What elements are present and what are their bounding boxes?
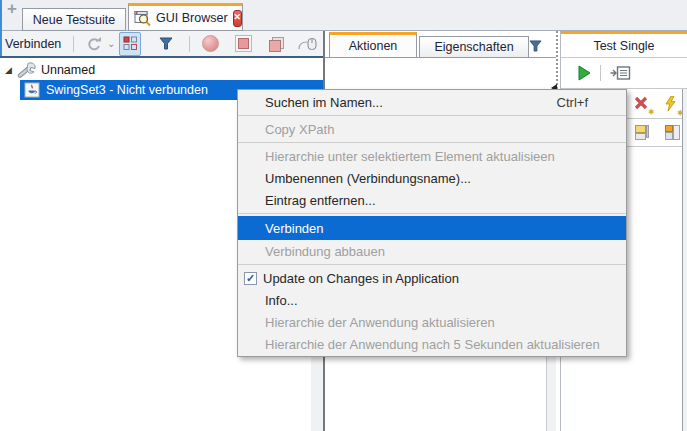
gui-browser-toolbar: Verbinden ⌄ (0, 31, 323, 56)
test-single-toolbar (561, 58, 687, 89)
record-icon[interactable] (202, 35, 219, 52)
menu-item-eintrag-entfernen[interactable]: Eintrag entfernen... (238, 189, 626, 211)
tree-item-unnamed[interactable]: ◢ Unnamed (0, 60, 323, 80)
wrench-icon (16, 62, 37, 78)
menu-separator (238, 264, 626, 265)
tab-label: Aktionen (349, 39, 398, 53)
menu-item-hierarchie-anwendung-aktualisieren: Hierarchie der Anwendung aktualisieren (238, 311, 626, 333)
menu-item-hierarchie-anwendung-5-sekunden: Hierarchie der Anwendung nach 5 Sekunden… (238, 333, 626, 355)
update-components-icon[interactable]: ✶ (664, 96, 677, 115)
expand-marker-icon[interactable]: ◢ (5, 66, 12, 75)
menu-item-verbindung-abbauen: Verbindung abbauen (238, 240, 626, 262)
delete-components-icon[interactable]: ✶ (634, 96, 648, 114)
stop-icon[interactable] (235, 35, 252, 52)
tree-item-label: Unnamed (41, 63, 95, 77)
refresh-icon[interactable] (86, 37, 101, 51)
component-view-toggle-button[interactable] (119, 32, 141, 56)
play-icon[interactable] (577, 65, 591, 81)
tab-gui-browser[interactable]: GUI Browser ✕ (128, 3, 243, 31)
menu-item-update-on-changes[interactable]: ✓ Update on Changes in Application (238, 267, 626, 289)
tree-item-label: SwingSet3 - Nicht verbunden (46, 83, 208, 97)
menu-item-umbenennen[interactable]: Umbenennen (Verbindungsname)... (238, 167, 626, 189)
badge-star-icon: ✶ (647, 107, 655, 117)
menu-item-label: Verbindung abbauen (265, 244, 385, 259)
gui-browser-icon (134, 10, 151, 26)
menu-item-suchen-im-namen[interactable]: Suchen im Namen... Ctrl+f (238, 91, 626, 113)
filter-icon[interactable] (159, 37, 173, 50)
menu-item-label: Eintrag entfernen... (265, 193, 376, 208)
tab-strip: + Neue Testsuite GUI Browser ✕ (0, 0, 687, 31)
menu-item-verbinden[interactable]: Verbinden (238, 216, 626, 240)
menu-item-label: Verbinden (265, 221, 324, 236)
panel-title: Test Single (561, 34, 687, 58)
mid-panel-tab-row: Aktionen Eigenschaften (325, 31, 556, 58)
filter-icon[interactable] (529, 38, 542, 56)
toolbar-separator (73, 36, 74, 52)
tab-label: GUI Browser (156, 11, 228, 25)
menu-item-label: Copy XPath (265, 122, 334, 137)
menu-item-label: Hierarchie unter selektiertem Element ak… (265, 149, 555, 164)
step-into-icon[interactable] (610, 65, 631, 81)
tab-neue-testsuite[interactable]: Neue Testsuite (22, 8, 126, 31)
right-scrollbar-track (682, 89, 687, 431)
menu-item-label: Umbenennen (Verbindungsname)... (265, 171, 471, 186)
menu-item-label: Suchen im Namen... (265, 95, 383, 110)
menu-item-label: Hierarchie der Anwendung aktualisieren (265, 315, 495, 330)
toolbar-separator (189, 36, 190, 52)
menu-item-hierarchie-element-aktualisieren: Hierarchie unter selektiertem Element ak… (238, 145, 626, 167)
panel-title-label: Test Single (593, 39, 654, 53)
menu-item-copy-xpath: Copy XPath (238, 118, 626, 140)
window-edge-highlight (0, 0, 2, 56)
java-icon (24, 82, 40, 98)
close-tab-icon[interactable]: ✕ (233, 10, 243, 27)
checkbox-checked-icon[interactable]: ✓ (244, 272, 257, 285)
menu-item-label: Hierarchie der Anwendung nach 5 Sekunden… (265, 337, 600, 352)
mouse-record-icon[interactable] (298, 36, 319, 51)
menu-separator (238, 142, 626, 143)
menu-separator (238, 213, 626, 214)
menu-item-label: Update on Changes in Application (263, 271, 459, 286)
menu-item-label: Info... (265, 293, 298, 308)
toolbar-separator (600, 65, 601, 81)
menu-item-info[interactable]: Info... (238, 289, 626, 311)
connect-button[interactable]: Verbinden (5, 37, 61, 51)
tab-label: Eigenschaften (434, 40, 513, 54)
context-menu: Suchen im Namen... Ctrl+f Copy XPath Hie… (237, 89, 627, 357)
tab-aktionen[interactable]: Aktionen (329, 32, 417, 58)
add-tab-button[interactable]: + (4, 1, 20, 17)
menu-separator (238, 115, 626, 116)
tab-label: Neue Testsuite (33, 13, 115, 27)
record-components-icon[interactable] (268, 36, 284, 52)
refresh-dropdown-chevron-icon[interactable]: ⌄ (107, 40, 115, 48)
tab-eigenschaften[interactable]: Eigenschaften (419, 36, 529, 58)
menu-shortcut: Ctrl+f (557, 95, 588, 110)
